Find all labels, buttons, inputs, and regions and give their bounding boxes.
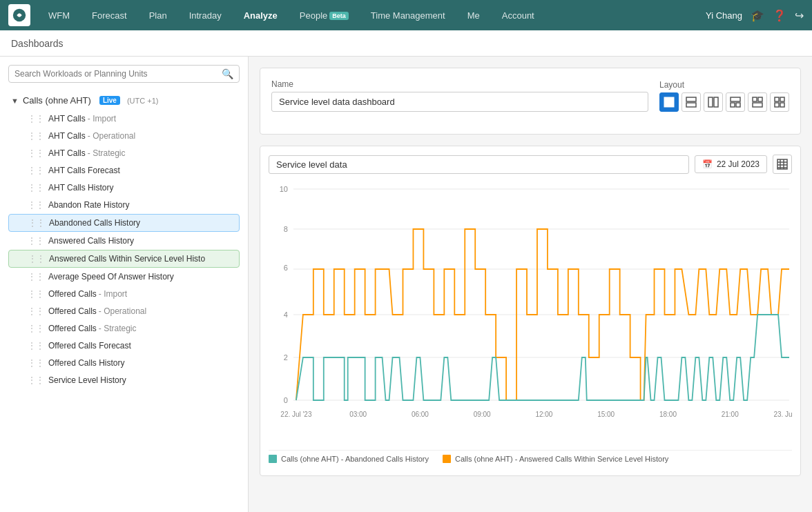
layout-btn-half-v[interactable] bbox=[704, 92, 723, 112]
sidebar-item-sub: - Import bbox=[99, 289, 127, 299]
sidebar-item-offered-calls-strategic[interactable]: ⋮⋮ Offered Calls - Strategic bbox=[8, 320, 240, 337]
svg-rect-5 bbox=[714, 97, 718, 107]
name-label: Name bbox=[271, 79, 648, 89]
search-box[interactable]: 🔍 bbox=[8, 65, 240, 83]
workload-header[interactable]: ▼ Calls (ohne AHT) Live (UTC +1) bbox=[6, 91, 242, 110]
sidebar-item-label: Abandon Rate History bbox=[48, 200, 129, 210]
nav-time-management[interactable]: Time Management bbox=[367, 8, 450, 23]
svg-text:03:00: 03:00 bbox=[349, 411, 367, 418]
svg-rect-7 bbox=[731, 103, 735, 107]
drag-handle-icon: ⋮⋮ bbox=[28, 306, 44, 316]
svg-text:8: 8 bbox=[284, 225, 288, 233]
sidebar-item-sub: - Strategic bbox=[88, 148, 126, 158]
sidebar-item-abandon-rate-history[interactable]: ⋮⋮ Abandon Rate History bbox=[8, 197, 240, 213]
nav-account[interactable]: Account bbox=[498, 8, 539, 23]
svg-rect-15 bbox=[780, 103, 784, 107]
sidebar-item-sub: - Operational bbox=[99, 306, 146, 316]
nav-analyze[interactable]: Analyze bbox=[240, 8, 282, 23]
drag-handle-icon: ⋮⋮ bbox=[28, 131, 44, 141]
panel-header: Name Layout bbox=[271, 79, 789, 112]
svg-rect-2 bbox=[686, 97, 696, 101]
svg-rect-9 bbox=[753, 97, 757, 101]
sidebar-item-answered-calls-history[interactable]: ⋮⋮ Answered Calls History bbox=[8, 233, 240, 249]
sidebar-item-avg-speed-of-answer[interactable]: ⋮⋮ Average Speed Of Answer History bbox=[8, 268, 240, 285]
layout-btn-half-h[interactable] bbox=[682, 92, 701, 112]
sidebar-item-aht-calls-import[interactable]: ⋮⋮ AHT Calls - Import bbox=[8, 110, 240, 127]
drag-handle-icon: ⋮⋮ bbox=[28, 236, 44, 246]
live-badge: Live bbox=[99, 96, 120, 105]
drag-handle-icon: ⋮⋮ bbox=[28, 183, 44, 193]
svg-rect-1 bbox=[664, 97, 674, 107]
svg-text:0: 0 bbox=[284, 396, 288, 404]
sidebar-item-sub: - Operational bbox=[88, 131, 135, 141]
table-view-button[interactable] bbox=[773, 155, 792, 174]
search-icon[interactable]: 🔍 bbox=[222, 68, 233, 79]
chart-date: 22 Jul 2023 bbox=[717, 159, 760, 169]
dashboard-config-panel: Name Layout bbox=[260, 68, 801, 135]
svg-text:21:00: 21:00 bbox=[722, 411, 739, 418]
sidebar-item-aht-calls-operational[interactable]: ⋮⋮ AHT Calls - Operational bbox=[8, 128, 240, 144]
svg-text:12:00: 12:00 bbox=[535, 411, 552, 418]
svg-rect-6 bbox=[731, 97, 740, 101]
layout-label: Layout bbox=[659, 80, 684, 90]
nav-forecast[interactable]: Forecast bbox=[88, 8, 131, 23]
layout-btn-thirds-1[interactable] bbox=[726, 92, 745, 112]
help-icon[interactable]: ❓ bbox=[773, 9, 786, 22]
svg-rect-13 bbox=[780, 97, 784, 101]
legend-abandoned: Calls (ohne AHT) - Abandoned Calls Histo… bbox=[269, 455, 429, 463]
sidebar-item-label: Offered Calls History bbox=[48, 358, 124, 368]
sidebar-item-label: Offered Calls bbox=[48, 289, 97, 299]
drag-handle-icon: ⋮⋮ bbox=[28, 218, 45, 228]
sidebar-item-aht-calls-forecast[interactable]: ⋮⋮ AHT Calls Forecast bbox=[8, 162, 240, 179]
sidebar-item-offered-calls-operational[interactable]: ⋮⋮ Offered Calls - Operational bbox=[8, 303, 240, 319]
graduation-cap-icon[interactable]: 🎓 bbox=[751, 9, 764, 22]
app-logo[interactable] bbox=[8, 4, 30, 26]
sidebar: 🔍 ▼ Calls (ohne AHT) Live (UTC +1) ⋮⋮ AH… bbox=[0, 57, 249, 512]
sidebar-item-offered-calls-history[interactable]: ⋮⋮ Offered Calls History bbox=[8, 355, 240, 371]
sidebar-item-label: Offered Calls bbox=[48, 324, 97, 333]
sidebar-item-offered-calls-import[interactable]: ⋮⋮ Offered Calls - Import bbox=[8, 286, 240, 302]
nav-me[interactable]: Me bbox=[463, 8, 484, 23]
layout-btn-full[interactable] bbox=[659, 92, 679, 112]
chart-svg: 10 8 6 4 2 0 bbox=[269, 182, 792, 444]
nav-plan[interactable]: Plan bbox=[145, 8, 171, 23]
sidebar-item-label: Service Level History bbox=[48, 375, 126, 385]
date-picker-button[interactable]: 📅 22 Jul 2023 bbox=[695, 155, 767, 173]
drag-handle-icon: ⋮⋮ bbox=[28, 272, 44, 282]
sidebar-item-abandoned-calls-history[interactable]: ⋮⋮ Abandoned Calls History bbox=[8, 214, 240, 232]
nav-wfm[interactable]: WFM bbox=[44, 8, 74, 23]
sidebar-item-aht-calls-history[interactable]: ⋮⋮ AHT Calls History bbox=[8, 179, 240, 196]
svg-text:15:00: 15:00 bbox=[597, 411, 615, 418]
layout-options bbox=[659, 92, 789, 112]
chart-title-input[interactable] bbox=[269, 155, 689, 174]
caret-icon: ▼ bbox=[11, 97, 19, 105]
sign-out-icon[interactable]: ↪ bbox=[795, 9, 804, 22]
dashboard-name-input[interactable] bbox=[271, 92, 648, 112]
sidebar-item-label: Offered Calls bbox=[48, 306, 97, 316]
breadcrumb: Dashboards bbox=[11, 38, 64, 49]
svg-text:18:00: 18:00 bbox=[659, 411, 677, 418]
sidebar-item-service-level-history[interactable]: ⋮⋮ Service Level History bbox=[8, 372, 240, 388]
sidebar-items-list: ⋮⋮ AHT Calls - Import ⋮⋮ AHT Calls - Ope… bbox=[6, 110, 242, 388]
search-input[interactable] bbox=[14, 69, 222, 79]
workload-group: ▼ Calls (ohne AHT) Live (UTC +1) ⋮⋮ AHT … bbox=[0, 91, 248, 388]
nav-intraday[interactable]: Intraday bbox=[185, 8, 226, 23]
sidebar-item-answered-calls-within-sl[interactable]: ⋮⋮ Answered Calls Within Service Level H… bbox=[8, 250, 240, 268]
chart-legend: Calls (ohne AHT) - Abandoned Calls Histo… bbox=[269, 450, 792, 467]
svg-text:6: 6 bbox=[284, 264, 288, 272]
sidebar-item-label: Average Speed Of Answer History bbox=[48, 272, 174, 282]
svg-text:10: 10 bbox=[280, 185, 288, 193]
sidebar-item-label: Abandoned Calls History bbox=[49, 218, 140, 228]
svg-rect-14 bbox=[775, 103, 779, 107]
content-area: Name Layout bbox=[249, 57, 812, 512]
nav-people[interactable]: PeopleBeta bbox=[296, 8, 353, 23]
svg-text:22. Jul '23: 22. Jul '23 bbox=[280, 411, 312, 418]
sidebar-item-offered-calls-forecast[interactable]: ⋮⋮ Offered Calls Forecast bbox=[8, 337, 240, 354]
drag-handle-icon: ⋮⋮ bbox=[28, 166, 44, 175]
layout-btn-quad[interactable] bbox=[770, 92, 789, 112]
svg-rect-8 bbox=[736, 103, 740, 107]
sidebar-item-aht-calls-strategic[interactable]: ⋮⋮ AHT Calls - Strategic bbox=[8, 145, 240, 161]
drag-handle-icon: ⋮⋮ bbox=[28, 289, 44, 299]
layout-btn-thirds-2[interactable] bbox=[748, 92, 767, 112]
drag-handle-icon: ⋮⋮ bbox=[28, 375, 44, 385]
